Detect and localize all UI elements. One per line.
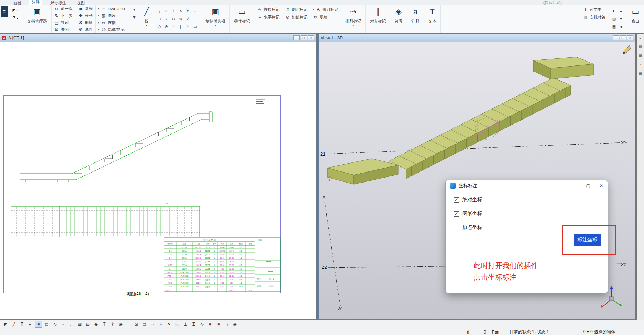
annotation-button[interactable]: a注释 (410, 6, 421, 24)
cursor-icon[interactable]: ◤ (12, 8, 15, 13)
section-mark-button[interactable]: ⇵剖面标记 (285, 6, 307, 13)
snap-ortho-icon[interactable]: ⊥ (182, 321, 189, 328)
previous-button[interactable]: ↺前一次 (54, 6, 73, 11)
dialog-minimize-button[interactable]: — (573, 183, 577, 188)
level-mark-button[interactable]: ⌐水平标记 (257, 14, 279, 20)
snap-circle-icon[interactable]: ○ (149, 321, 156, 328)
minimize-button[interactable]: – (293, 35, 300, 40)
snap-box-icon[interactable]: ⊠ (133, 321, 140, 328)
tab-dimension[interactable]: 尺寸标注 (48, 0, 69, 5)
arrows-icon[interactable]: ⇉ (223, 321, 230, 328)
shape-angle-tool[interactable]: ∧ (177, 8, 184, 15)
stretch-icon[interactable]: ↔ (68, 321, 75, 328)
arrange-objects-button[interactable]: ▥安排对象 (583, 14, 605, 20)
hatch-icon[interactable]: ▤ (84, 321, 91, 328)
close-drawing-button[interactable]: ⊠关闭 (54, 27, 69, 32)
grid-icon[interactable]: ▦ (76, 321, 83, 328)
checkbox-checked[interactable]: ✓ (454, 211, 459, 217)
shape-noslash-tool[interactable]: ⊘ (163, 23, 170, 30)
shape-arc-tool[interactable]: ∩ (163, 8, 170, 15)
collapse-arrow-icon[interactable]: ▸ (640, 36, 641, 40)
snap-star-icon[interactable]: ✳ (109, 321, 116, 328)
window-text-button[interactable]: T宜文本 (583, 6, 601, 13)
update-button[interactable]: ↻更新 (313, 14, 327, 20)
shape-rect-tool[interactable]: □ (156, 15, 162, 23)
snap-cross-icon[interactable]: ✕ (166, 321, 172, 328)
apps-panel-icon[interactable]: ▩ (639, 72, 642, 76)
snap-square-icon[interactable]: □ (141, 321, 148, 328)
align-marks-button[interactable]: ∥对齐标记 (368, 6, 387, 24)
pencil-icon[interactable] (623, 45, 631, 54)
wave-snap-icon[interactable]: ∿ (199, 321, 205, 328)
shape-updown-tool[interactable]: ↕ (170, 8, 177, 15)
minimize-button[interactable]: – (613, 35, 619, 40)
shape-corner-tool[interactable]: ┌ (156, 8, 162, 15)
line-tool-icon[interactable]: ╱ (10, 321, 17, 328)
properties-button[interactable]: ⚙属性 (78, 27, 93, 32)
shape-dots-tool[interactable]: ⋮ (185, 23, 191, 30)
drawing-window-titlebar[interactable]: A [GT-1] – ▢ ✕ (0, 34, 316, 42)
revision-mark-button[interactable]: ▾A修订标记 (313, 6, 338, 13)
select-cursor-icon[interactable]: ◤ (2, 321, 9, 328)
help-icon[interactable]: ? (13, 15, 15, 20)
mini-tool-icon[interactable]: ▤ (611, 15, 617, 23)
mini-tool-icon[interactable]: ▾ (618, 15, 624, 23)
text-tool-icon[interactable]: T (19, 321, 25, 328)
checkbox-unchecked[interactable] (454, 225, 459, 230)
line-tool-button[interactable]: ╱线▾ (142, 6, 151, 28)
dropdown-caret-icon[interactable]: ▾ (352, 24, 354, 27)
shape-diamond-tool[interactable]: ◇ (156, 23, 162, 30)
hide-show-button[interactable]: ▾◎隐藏/显示 (98, 27, 125, 32)
shape-parallel-tool[interactable]: ∥ (177, 23, 184, 30)
select-filter-icon[interactable]: ■ (207, 321, 214, 328)
link-button[interactable]: ▾∞连接 (98, 20, 116, 25)
tab-view[interactable]: 视图 (74, 0, 87, 5)
pin-icon[interactable]: ↧ (101, 321, 108, 328)
maximize-button[interactable]: ▢ (301, 35, 307, 40)
dialog-close-button[interactable]: ✕ (600, 183, 603, 188)
document-manager-button[interactable]: ▣文档管理器 (25, 6, 49, 24)
maximize-button[interactable]: ▢ (620, 35, 626, 40)
shape-branch-tool[interactable]: Y (185, 8, 191, 15)
dwg-dxf-button[interactable]: ▾≡DWG/DXF (98, 6, 126, 11)
grid-panel-icon[interactable]: ▦ (639, 54, 642, 58)
visibility-icon[interactable]: ◉ (117, 321, 124, 328)
delete-button[interactable]: ✘删除 (78, 20, 93, 25)
arrange-marks-button[interactable]: ⇢排列标记▾ (343, 6, 363, 28)
text-button[interactable]: T文本 (426, 6, 438, 24)
dialog-titlebar[interactable]: 坐标标注 — ▢ ✕ (446, 180, 608, 191)
shape-rect2-tool[interactable]: ▭ (192, 23, 198, 30)
shape-plus-tool[interactable]: ⊕ (177, 15, 184, 23)
model-canvas[interactable]: 21212222AA' (319, 42, 635, 319)
mini-tool-icon[interactable]: ▴ (618, 8, 624, 15)
polyline-tool-icon[interactable]: ⌐ (27, 321, 34, 328)
mini-tool-icon[interactable]: ▦ (611, 23, 617, 30)
next-button[interactable]: ↻下一步 (54, 13, 73, 18)
drawing-canvas[interactable]: 7 零 件 材 料 表零件号规格长度材质数量单重总重面积备注C-1C25A461… (0, 42, 316, 319)
new-window-button[interactable]: ▭窗口 (630, 6, 641, 24)
dropdown-caret[interactable]: ▾ (132, 14, 137, 20)
move-button[interactable]: ✚移动 (78, 13, 93, 18)
dialog-maximize-button[interactable]: ▢ (586, 183, 590, 188)
shape-corner2-tool[interactable]: ⌐ (192, 8, 198, 15)
snap-perp-icon[interactable]: ◺ (174, 321, 181, 328)
annotate-coordinates-button[interactable]: 标注坐标 (574, 234, 601, 246)
sum-icon[interactable]: Σ (190, 321, 197, 328)
tab-draw[interactable]: 画图 (11, 0, 24, 5)
dropdown-caret-icon[interactable]: ▾ (146, 24, 147, 27)
mini-tool-icon[interactable]: ▸ (611, 8, 617, 15)
dashed-rect-icon[interactable]: ▫ (60, 321, 67, 328)
part-mark-button[interactable]: ▭零件标记 (232, 6, 252, 24)
small-square-icon[interactable]: ▪ (17, 15, 18, 20)
shape-wave-tool[interactable]: ≈ (170, 23, 177, 30)
rect-tool-icon[interactable]: □ (43, 321, 50, 328)
detail-mark-button[interactable]: ⊙细部标记 (285, 14, 307, 20)
mini-tool-icon[interactable]: ◂ (618, 23, 624, 30)
symbol-button[interactable]: ◈符号 (393, 6, 404, 24)
select-filter2-icon[interactable]: ■ (215, 321, 222, 328)
shape-dash-tool[interactable]: — (192, 15, 198, 23)
snap-triangle-icon[interactable]: △ (157, 321, 164, 328)
dropdown-caret-icon[interactable]: ▾ (17, 9, 19, 12)
image-button[interactable]: ▾▧图片 (98, 13, 116, 18)
main-menu-button[interactable]: ≡ (1, 6, 8, 17)
